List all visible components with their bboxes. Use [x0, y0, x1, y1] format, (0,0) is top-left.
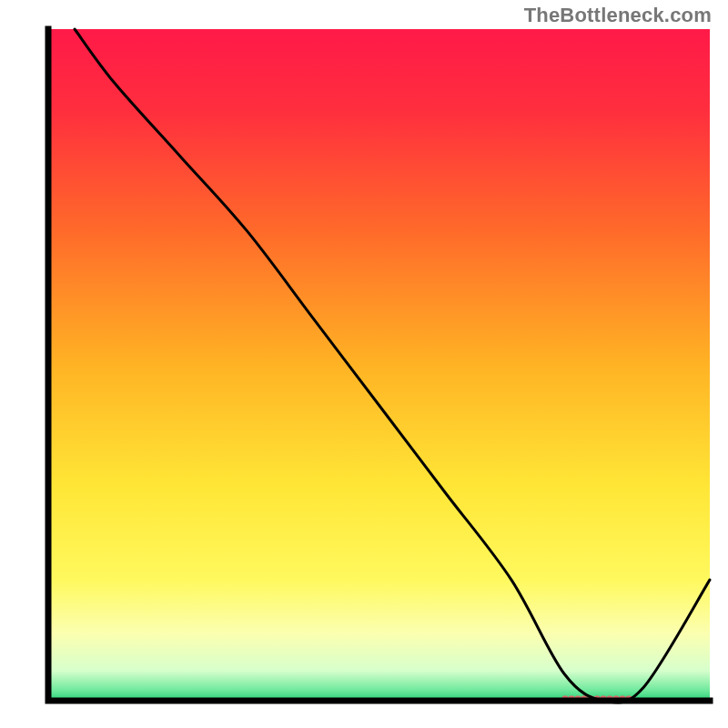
bottleneck-chart [0, 0, 728, 728]
chart-container: TheBottleneck.com [0, 0, 728, 728]
plot-background [48, 29, 710, 701]
